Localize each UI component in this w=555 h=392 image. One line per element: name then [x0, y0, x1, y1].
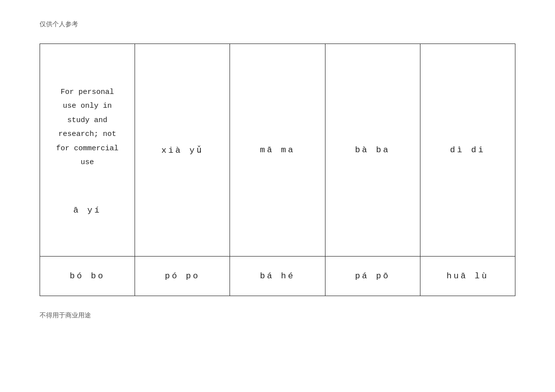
bottom-note: 不得用于商业用途 — [40, 311, 515, 320]
personal-line1: For personal — [43, 86, 132, 100]
row2-cell3: bá hé — [230, 257, 325, 296]
row1-cell3: mā ma — [230, 44, 325, 257]
personal-line2: use only in — [43, 99, 132, 114]
main-table: For personal use only in study and resea… — [40, 44, 515, 296]
table-row-1: For personal use only in study and resea… — [40, 44, 515, 257]
personal-use-text: For personal use only in study and resea… — [43, 86, 132, 170]
row2-cell1: bó bo — [40, 257, 135, 296]
personal-use-cell: For personal use only in study and resea… — [40, 44, 135, 257]
row2-cell5: huā lù — [420, 257, 515, 296]
personal-line5: for commercial — [43, 142, 132, 156]
table-row-2: bó bo pó po bá hé pá pō huā lù — [40, 257, 515, 296]
page-container: 仅供个人参考 For personal use only in study an… — [0, 0, 555, 392]
row2-cell4: pá pō — [325, 257, 420, 296]
top-note: 仅供个人参考 — [40, 20, 515, 29]
personal-line4: research; not — [43, 128, 132, 142]
personal-line3: study and — [43, 114, 132, 128]
row2-cell2: pó po — [135, 257, 230, 296]
row1-cell2: xià yǔ — [135, 44, 230, 257]
row1-cell4: bà ba — [325, 44, 420, 257]
row1-cell5: dì di — [420, 44, 515, 257]
row1-cell1-bottom: ā yí — [43, 206, 132, 215]
personal-line6: use — [43, 156, 132, 170]
